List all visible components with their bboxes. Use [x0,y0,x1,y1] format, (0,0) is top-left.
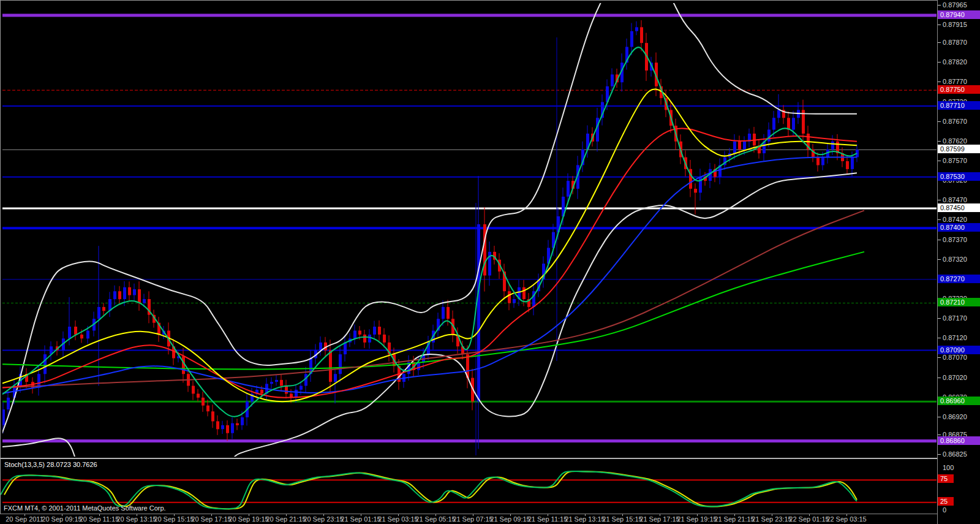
stoch-scale-label: 100 [943,464,954,471]
candle-down [202,398,205,406]
price-chart-canvas [1,1,937,458]
price-axis[interactable]: 0.879650.879150.878700.878200.877700.877… [937,0,980,524]
price-line-label: 0.87400 [938,223,980,232]
price-tick-dash [938,357,941,358]
candle-down [694,189,697,192]
time-label: 20 Sep 11:15 [80,515,119,523]
candle-up [743,142,746,150]
price-tick-dash [938,240,941,240]
time-label: 21 Sep 01:15 [341,515,380,523]
candle-up [353,331,356,339]
candle-down [738,142,741,150]
copyright-text: FXCM MT4, © 2001-2011 MetaQuotes Softwar… [4,504,166,512]
price-line-label: 0.87090 [938,346,980,354]
horizontal-levels [2,15,937,441]
candle-down [358,331,361,335]
price-tick-label: 0.86825 [943,450,967,458]
candle-up [43,354,47,374]
stochastic-d-value: 30.7626 [73,461,97,468]
price-line-label: 0.87270 [938,275,980,283]
price-tick-dash [938,454,941,455]
price-tick-label: 0.87820 [943,58,967,66]
candle-down [363,335,366,343]
candle-up [300,386,303,390]
candle-up [831,142,834,150]
time-label: 20 Sep 13:15 [116,515,156,523]
candle-up [231,423,234,433]
time-axis[interactable]: 20 Sep 201120 Sep 09:1520 Sep 11:1520 Se… [0,514,937,524]
bollinger-lower [1,173,857,458]
candle-up [699,177,702,193]
price-tick-dash [938,141,941,142]
price-tick-label: 0.87770 [943,78,967,85]
price-tick-label: 0.87620 [943,137,967,145]
price-tick-label: 0.87170 [943,314,967,322]
vertical-lines [476,37,557,455]
price-line-label: 0.87530 [938,172,980,181]
candle-up [442,307,445,319]
price-tick-dash [938,417,941,417]
time-label: 20 Sep 19:15 [228,515,268,523]
candle-down [522,287,526,299]
stoch-level-label: 25 [938,497,954,506]
candle-down [285,386,288,394]
candle-up [368,335,371,343]
candle-up [7,398,10,409]
candle-up [295,390,298,398]
candle-down [846,161,849,169]
price-tick-dash [938,435,941,435]
candle-down [118,291,121,299]
price-tick-label: 0.87420 [943,216,967,223]
price-tick-dash [938,338,941,338]
candle-down [206,406,209,412]
stochastic-name: Stoch(13,3,5) [4,461,45,468]
price-tick-label: 0.87915 [943,21,967,28]
candle-down [640,27,643,43]
candle-up [270,382,273,384]
candle-up [373,327,376,335]
ema-red-mid [1,129,857,398]
price-tick-dash [938,5,941,6]
stoch-scale-label: 0 [943,506,946,514]
price-tick-dash [938,62,941,63]
candle-up [733,142,736,153]
price-tick-label: 0.87320 [943,256,967,263]
time-label: 22 Sep 03:15 [826,515,866,523]
candle-up [344,343,347,354]
candle-down [102,307,105,311]
time-label: 21 Sep 07:15 [453,515,492,523]
candle-up [567,181,570,197]
price-line-label: 0.87710 [938,101,980,110]
candle-up [611,75,614,86]
price-line-label: 0.87210 [938,298,980,306]
time-label: 20 Sep 09:15 [42,515,81,523]
candle-up [635,27,638,31]
candle-up [767,130,771,142]
price-line-label: 0.87940 [938,10,980,19]
candle-down [80,335,83,338]
price-tick-label: 0.87570 [943,157,967,164]
candle-down [508,291,511,303]
price-tick-label: 0.87470 [943,196,967,203]
price-tick-dash [938,82,941,82]
candle-down [226,425,229,433]
price-chart-pane[interactable] [0,0,937,458]
price-tick-label: 0.87965 [943,1,967,9]
price-tick-dash [938,318,941,319]
price-line-label: 0.87750 [938,85,980,94]
time-label: 21 Sep 09:15 [490,515,530,523]
price-tick-label: 0.86920 [943,413,967,420]
stochastic-indicator-label: Stoch(13,3,5) 28.0723 30.7626 [4,461,97,468]
price-tick-dash [938,161,941,161]
bollinger-upper [1,1,857,437]
candle-up [143,299,146,303]
time-label: 20 Sep 21:15 [266,515,306,523]
candle-down [211,411,214,421]
mt4-chart-window: Stoch(13,3,5) 28.0723 30.7626 20 Sep 201… [0,0,980,524]
candle-down [216,421,219,429]
candle-down [816,158,820,165]
time-label: 22 Sep 01:15 [789,515,829,523]
stoch-percent-d-line [4,471,857,509]
price-tick-dash [938,259,941,260]
time-label: 21 Sep 13:15 [565,515,605,523]
